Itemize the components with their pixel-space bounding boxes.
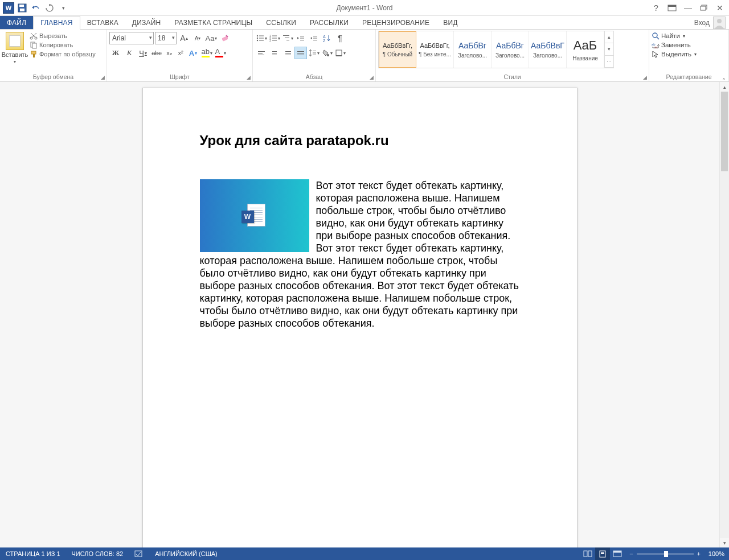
status-word-count[interactable]: ЧИСЛО СЛОВ: 82: [66, 550, 129, 557]
italic-button[interactable]: К: [123, 47, 136, 59]
find-button[interactable]: Найти ▾: [652, 32, 685, 40]
svg-text:3: 3: [269, 39, 271, 42]
font-name-combo[interactable]: Arial▾: [109, 32, 154, 44]
document-area[interactable]: Урок для сайта paratapok.ru W Вот этот т…: [0, 82, 719, 547]
app-icon[interactable]: W: [2, 2, 15, 14]
shrink-font-button[interactable]: A▾: [191, 32, 204, 44]
styles-scroll-icon[interactable]: ▴: [605, 31, 613, 43]
cut-button[interactable]: Вырезать: [30, 32, 96, 40]
zoom-level[interactable]: 100%: [704, 550, 724, 557]
strikethrough-button[interactable]: abc: [150, 47, 163, 59]
svg-point-7: [717, 19, 722, 23]
scroll-thumb[interactable]: [721, 92, 728, 171]
bold-button[interactable]: Ж: [109, 47, 122, 59]
embedded-image[interactable]: W: [200, 179, 309, 252]
grow-font-button[interactable]: A▴: [178, 32, 190, 44]
scroll-up-icon[interactable]: ▴: [720, 82, 729, 92]
select-button[interactable]: Выделить ▾: [652, 50, 697, 58]
paragraph-dialog-launcher-icon[interactable]: ◢: [368, 74, 375, 81]
tab-insert[interactable]: ВСТАВКА: [80, 16, 125, 29]
document-heading[interactable]: Урок для сайта paratapok.ru: [200, 133, 520, 149]
svg-rect-30: [300, 36, 304, 36]
clipboard-dialog-launcher-icon[interactable]: ◢: [99, 74, 106, 81]
align-left-button[interactable]: [255, 47, 268, 59]
styles-scroll-icon[interactable]: ▾: [605, 43, 613, 55]
show-marks-button[interactable]: ¶: [334, 32, 346, 44]
text-effects-button[interactable]: A▾: [187, 47, 199, 59]
replace-button[interactable]: abac Заменить: [652, 41, 691, 49]
status-page[interactable]: СТРАНИЦА 1 ИЗ 1: [0, 550, 66, 557]
style-item[interactable]: АаБбВвГг,¶ Без инте...: [416, 31, 454, 68]
change-case-button[interactable]: Aa▾: [205, 32, 218, 44]
font-size-combo[interactable]: 18▾: [155, 32, 177, 44]
tab-page-layout[interactable]: РАЗМЕТКА СТРАНИЦЫ: [167, 16, 259, 29]
increase-indent-button[interactable]: [308, 32, 320, 44]
style-item[interactable]: АаБбВвГг,¶ Обычный: [379, 31, 416, 68]
svg-rect-2: [20, 9, 24, 11]
qat-customize-icon[interactable]: ▾: [57, 2, 69, 14]
style-item[interactable]: АаБбВгЗаголово...: [492, 31, 529, 68]
font-name-value: Arial: [112, 34, 126, 42]
styles-dialog-launcher-icon[interactable]: ◢: [641, 74, 648, 81]
zoom-out-button[interactable]: −: [629, 550, 633, 557]
font-dialog-launcher-icon[interactable]: ◢: [245, 74, 252, 81]
paste-button[interactable]: Вставить ▾: [2, 31, 27, 64]
line-spacing-button[interactable]: ▾: [308, 47, 320, 59]
tab-file[interactable]: ФАЙЛ: [0, 16, 33, 29]
redo-icon[interactable]: [43, 2, 56, 14]
superscript-button[interactable]: x²: [175, 47, 186, 59]
zoom-slider[interactable]: [637, 553, 694, 555]
view-web-layout-icon[interactable]: [610, 547, 625, 560]
font-color-button[interactable]: A▾: [214, 47, 227, 59]
highlight-button[interactable]: ab▾: [200, 47, 213, 59]
view-print-layout-icon[interactable]: [595, 547, 610, 560]
save-icon[interactable]: [16, 2, 28, 14]
style-item[interactable]: АаБНазвание: [567, 31, 604, 68]
styles-more-icon[interactable]: ⋯: [605, 56, 613, 68]
status-language[interactable]: АНГЛИЙСКИЙ (США): [149, 550, 223, 557]
tab-design[interactable]: ДИЗАЙН: [125, 16, 168, 29]
underline-button[interactable]: Ч▾: [137, 47, 149, 59]
multilevel-list-button[interactable]: ▾: [281, 32, 294, 44]
align-center-button[interactable]: [268, 47, 281, 59]
shading-button[interactable]: ▾: [321, 47, 333, 59]
bullets-button[interactable]: ▾: [255, 32, 268, 44]
style-item[interactable]: АаБбВвГЗаголово...: [529, 31, 567, 68]
tab-view[interactable]: ВИД: [436, 16, 464, 29]
ribbon-display-options-icon[interactable]: [665, 2, 679, 14]
clear-formatting-button[interactable]: [219, 32, 231, 44]
group-label-styles: Стили: [378, 72, 646, 81]
help-icon[interactable]: ?: [649, 2, 663, 14]
avatar[interactable]: [713, 17, 726, 29]
scroll-down-icon[interactable]: ▾: [720, 538, 729, 547]
login-link[interactable]: Вход: [694, 19, 710, 27]
zoom-in-button[interactable]: +: [697, 550, 701, 557]
style-name: Заголово...: [533, 52, 562, 59]
borders-button[interactable]: ▾: [334, 47, 346, 59]
undo-icon[interactable]: [30, 2, 42, 14]
align-right-button[interactable]: [281, 47, 294, 59]
svg-rect-52: [601, 552, 604, 553]
status-proofing-icon[interactable]: [129, 550, 149, 558]
numbering-button[interactable]: 123▾: [268, 32, 281, 44]
align-justify-button[interactable]: [294, 47, 307, 59]
format-painter-button[interactable]: Формат по образцу: [30, 50, 96, 58]
tab-mailings[interactable]: РАССЫЛКИ: [303, 16, 355, 29]
svg-rect-38: [313, 51, 316, 51]
style-item[interactable]: АаБбВгЗаголово...: [454, 31, 492, 68]
minimize-icon[interactable]: —: [681, 2, 695, 14]
svg-line-45: [657, 37, 659, 39]
sort-button[interactable]: AZ: [321, 32, 333, 44]
decrease-indent-button[interactable]: [294, 32, 307, 44]
tab-home[interactable]: ГЛАВНАЯ: [33, 16, 80, 30]
tab-review[interactable]: РЕЦЕНЗИРОВАНИЕ: [355, 16, 436, 29]
view-read-mode-icon[interactable]: [580, 547, 595, 560]
tab-references[interactable]: ССЫЛКИ: [259, 16, 303, 29]
subscript-button[interactable]: x₂: [164, 47, 174, 59]
close-icon[interactable]: ✕: [713, 2, 727, 14]
vertical-scrollbar[interactable]: ▴ ▾: [719, 82, 729, 547]
maximize-icon[interactable]: [697, 2, 711, 14]
page[interactable]: Урок для сайта paratapok.ru W Вот этот т…: [142, 88, 578, 547]
zoom-handle[interactable]: [664, 551, 668, 557]
copy-button[interactable]: Копировать: [30, 41, 96, 49]
